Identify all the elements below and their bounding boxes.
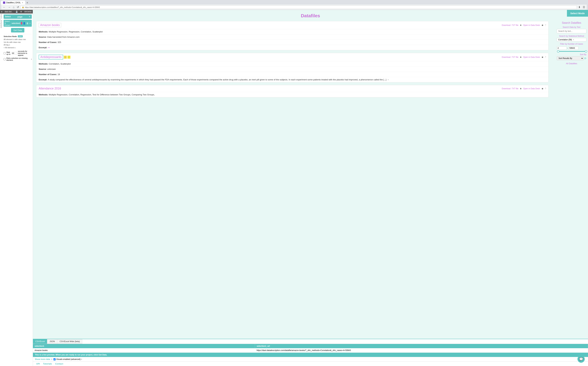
forward-btn[interactable]: →: [7, 5, 11, 9]
menu-btn[interactable]: ☰: [582, 5, 586, 9]
methods-value-2: Correlation, Scatterplot: [49, 63, 71, 65]
trash-icon-btn[interactable]: 🗑: [26, 22, 29, 25]
chat-bubble[interactable]: 💬: [577, 355, 585, 363]
person-icon-btn[interactable]: 👤: [23, 22, 26, 25]
contact-link[interactable]: Contact: [55, 363, 63, 365]
method-tag-remove[interactable]: ×: [573, 38, 574, 41]
data-table: selection1 selection1_url Amazon books h…: [33, 344, 588, 353]
datafile-card-3: Attendance 2016 Download .TXT file Open …: [36, 85, 549, 97]
bottom-tabs: CSV/Excel JSON CSV/Excel Wide (beta): [33, 339, 588, 344]
home-btn[interactable]: ⌂: [12, 5, 15, 9]
header-row: selection1 selection1_url: [33, 344, 588, 348]
download-txt-1[interactable]: Download .TXT file: [502, 24, 518, 26]
wait-row: Wait up to seconds for elements to appea…: [4, 50, 32, 56]
check-icon-2[interactable]: ✓: [67, 56, 70, 59]
datafile-row-cases-2: Number of Cases: 19: [36, 72, 548, 77]
page-label: page: [17, 15, 22, 18]
methods-label-3: Methods:: [39, 93, 49, 96]
search-panel: Search Datafiles Search Data by Text Sea…: [555, 20, 588, 66]
cases-label-1: Number of Cases:: [39, 41, 58, 44]
select-page-row: Select page +: [4, 15, 32, 19]
range-slider-thumb-right[interactable]: [585, 50, 587, 53]
tab-csv-wide[interactable]: CSV/Excel Wide (beta): [57, 339, 82, 344]
get-data-btn[interactable]: Get Data: [11, 28, 24, 32]
address-bar[interactable]: 🔒 https://dasl.datadescription.com/dataf…: [20, 5, 577, 9]
add-selection-btn[interactable]: +: [29, 22, 31, 24]
wait-checkbox[interactable]: [4, 52, 6, 54]
all-datafiles-link[interactable]: All Datafiles: [557, 62, 586, 65]
datafile-row-excerpt-1: Excerpt: ➔: [36, 45, 548, 50]
settings-icon[interactable]: ⚙: [20, 11, 22, 13]
datafile-row-methods-1: Methods: Multiple Regression, Regression…: [36, 29, 548, 34]
methods-label-2: Methods:: [39, 63, 49, 65]
tutorials-link[interactable]: Tutorials: [43, 363, 52, 365]
tab-json[interactable]: JSON: [47, 339, 57, 344]
live-preview-bar: This is a live preview. When you are rea…: [33, 353, 588, 357]
address-url: https://dasl.datadescription.com/datafil…: [25, 6, 100, 8]
hamburger-icon[interactable]: ≡: [1, 10, 2, 13]
methods-value-3: Multiple Regression, Correlation, Regres…: [49, 93, 155, 96]
edit-selection-btn[interactable]: Edit: [18, 35, 23, 37]
cases-value-2: 19: [58, 73, 60, 76]
datafiles-list: Amazon books Download .TXT file Open in …: [36, 21, 549, 97]
show-more-row: Show more data ℹ Visuals enabled (advanc…: [33, 357, 588, 361]
open-data-desk-3[interactable]: Open in Data Desk: [523, 87, 540, 90]
open-data-desk-2[interactable]: Open in Data Desk: [523, 56, 540, 58]
download-txt-3[interactable]: Download .TXT file: [502, 87, 518, 90]
excerpt-arrow-1[interactable]: ➔: [48, 46, 50, 49]
datafile-row-methods-2: Methods: Correlation, Scatterplot: [36, 61, 548, 66]
search-text-input[interactable]: [557, 29, 586, 33]
save-icon[interactable]: 💾: [15, 11, 18, 13]
app-footer: API Tutorials Contact: [33, 361, 588, 366]
api-link[interactable]: API: [36, 363, 40, 365]
retry-label: Retry selection on missing element.: [7, 57, 30, 61]
source-value-2: unknown: [47, 68, 56, 70]
source-label-1: Source:: [39, 36, 47, 38]
reload-btn[interactable]: ↺: [16, 5, 20, 9]
range-slider[interactable]: [557, 51, 586, 52]
sort-select-row: Sort Results By Name Cases ⟳: [557, 56, 586, 60]
select-extract-row: Select & Extract selection1 1 👤 🗑 +: [4, 20, 32, 27]
range-slider-fill: [557, 51, 586, 52]
selection-node-section: Selection Node: Edit All element s with …: [4, 35, 32, 49]
col1-header: selection1: [33, 344, 255, 348]
download-txt-2[interactable]: Download .TXT file: [502, 56, 518, 58]
browser-chrome: Datafiles | DASL ✕ + ← → ⌂ ↺ 🔒 https://d…: [0, 0, 588, 10]
new-tab-btn[interactable]: +: [25, 1, 29, 5]
cases-min-input[interactable]: [557, 46, 567, 50]
retry-checkbox[interactable]: [4, 58, 6, 60]
select-extract-label: Select & Extract: [5, 20, 11, 26]
open-data-desk-1[interactable]: Open in Data Desk: [523, 24, 540, 26]
toolbar-right: ⬇ ☰: [577, 5, 586, 9]
visuals-info-icon: ℹ: [81, 358, 82, 360]
sidebar-main: Select page + Select & Extract selection…: [3, 14, 33, 366]
visuals-checkbox[interactable]: [53, 358, 56, 360]
download-btn[interactable]: ⬇: [577, 5, 581, 9]
excerpt-label-1: Excerpt:: [39, 46, 48, 49]
cases-max-input[interactable]: [569, 46, 579, 50]
datafile-card-2: Antidepressants ✕ ✓ Download .TXT file O…: [36, 53, 549, 82]
tab-csv-excel[interactable]: CSV/Excel: [33, 339, 47, 344]
excerpt-text-2: A study compared the effectiveness of se…: [48, 78, 389, 81]
sort-by-label: Sort By: [557, 53, 586, 56]
tab-close-btn[interactable]: ✕: [22, 2, 23, 4]
live-preview-text: This is a live preview. When you are rea…: [35, 354, 107, 356]
range-slider-thumb-left[interactable]: [557, 50, 559, 53]
datafile-card-1: Amazon books Download .TXT file Open in …: [36, 21, 549, 50]
browser-tab-active[interactable]: Datafiles | DASL ✕: [1, 1, 25, 5]
datafile-row-source-1: Source: Data harvested from Amazon.com: [36, 34, 548, 39]
datafile-title-3: Attendance 2016: [39, 87, 61, 90]
datafile-title-2: Antidepressants: [39, 55, 63, 60]
sort-select[interactable]: Sort Results By Name Cases: [557, 56, 584, 60]
add-page-btn[interactable]: +: [29, 15, 30, 18]
wait-input[interactable]: [12, 52, 17, 54]
browser-toolbar: ← → ⌂ ↺ 🔒 https://dasl.datadescription.c…: [1, 5, 587, 10]
source-label-2: Source:: [39, 68, 47, 70]
cases-separator: -: [567, 47, 568, 49]
back-btn[interactable]: ←: [2, 5, 7, 9]
show-more-btn[interactable]: Show more data: [35, 358, 50, 360]
select-mode-btn[interactable]: Select Mode: [567, 10, 588, 17]
content-area: Select Mode Datafiles Amazon books Downl…: [33, 10, 588, 366]
open-help-1: ?: [545, 24, 546, 26]
x-icon-2[interactable]: ✕: [64, 56, 67, 59]
